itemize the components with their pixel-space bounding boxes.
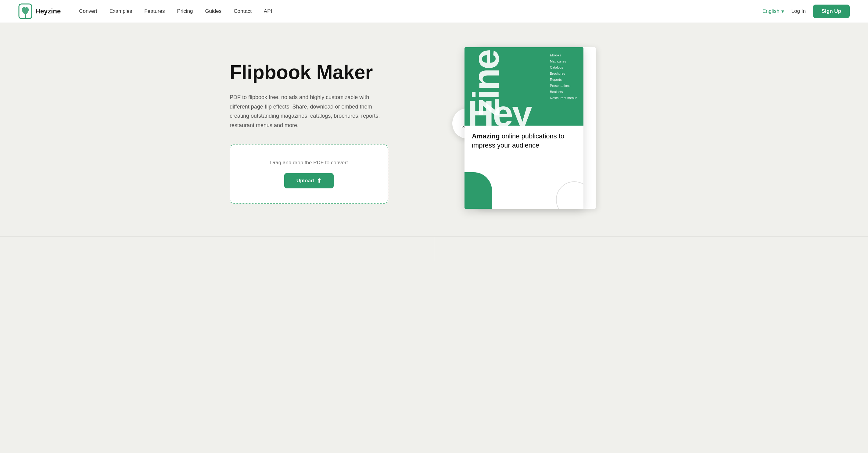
flipbook-tagline: Amazing online publications to impress y… (472, 132, 576, 151)
hero-description: PDF to flipbook free, no ads and highly … (230, 93, 388, 130)
nav-features[interactable]: Features (144, 8, 165, 14)
logo-link[interactable]: Heyzine (18, 3, 61, 19)
nav-examples[interactable]: Examples (110, 8, 132, 14)
upload-hint: Drag and drop the PDF to convert (270, 160, 348, 166)
flipbook-white-section: Amazing online publications to impress y… (465, 126, 584, 209)
signup-button[interactable]: Sign Up (813, 5, 850, 18)
login-button[interactable]: Log In (792, 8, 806, 14)
flipbook-menu-item: Reports (550, 78, 577, 82)
flipbook-menu-item: Magazines (550, 59, 577, 63)
flipbook-green-shape (465, 172, 492, 209)
hero-left: Flipbook Maker PDF to flipbook free, no … (230, 62, 419, 204)
flipbook-menu-item: Presentations (550, 84, 577, 88)
flipbook-preview-container: Preview zine Hey Ebooks Magazines Catalo… (465, 47, 593, 218)
logo-text: Heyzine (35, 7, 61, 15)
nav-convert[interactable]: Convert (79, 8, 97, 14)
flipbook-circle-decoration (556, 182, 584, 209)
language-selector[interactable]: English ▾ (763, 8, 784, 14)
hero-right: Preview zine Hey Ebooks Magazines Catalo… (419, 47, 638, 218)
nav-contact[interactable]: Contact (234, 8, 252, 14)
upload-dropzone[interactable]: Drag and drop the PDF to convert Upload … (230, 144, 388, 204)
flipbook-hey-text: Hey (468, 95, 531, 126)
nav-guides[interactable]: Guides (205, 8, 221, 14)
bottom-left (0, 236, 434, 261)
hero-section: Flipbook Maker PDF to flipbook free, no … (205, 23, 663, 236)
flipbook-menu-item: Catalogs (550, 66, 577, 69)
hero-title: Flipbook Maker (230, 62, 419, 83)
nav-api[interactable]: API (264, 8, 272, 14)
flipbook-menu-item: Restaurant menus (550, 96, 577, 100)
bottom-divider (0, 236, 868, 261)
upload-arrow-icon: ⬆ (317, 177, 321, 184)
flipbook-front-page: zine Hey Ebooks Magazines Catalogs Broch… (465, 47, 584, 209)
nav-right: English ▾ Log In Sign Up (763, 5, 850, 18)
navbar: Heyzine Convert Examples Features Pricin… (0, 0, 868, 23)
upload-button[interactable]: Upload ⬆ (284, 173, 334, 188)
flipbook-menu-item: Ebooks (550, 53, 577, 57)
flipbook-tagline-bold: Amazing (472, 132, 500, 140)
logo-icon (18, 3, 32, 19)
flipbook-menu: Ebooks Magazines Catalogs Brochures Repo… (550, 53, 577, 100)
flipbook-green-section: zine Hey Ebooks Magazines Catalogs Broch… (465, 47, 584, 126)
bottom-right (434, 236, 868, 261)
nav-links: Convert Examples Features Pricing Guides… (79, 8, 763, 14)
nav-pricing[interactable]: Pricing (177, 8, 193, 14)
flipbook-menu-item: Brochures (550, 72, 577, 75)
language-label: English (763, 8, 780, 14)
chevron-down-icon: ▾ (781, 8, 784, 14)
flipbook-menu-item: Booklets (550, 90, 577, 94)
